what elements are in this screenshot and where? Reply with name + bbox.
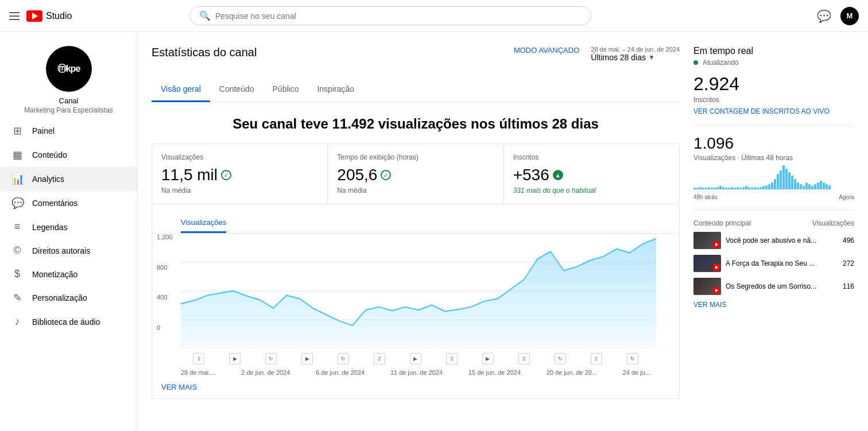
mini-bar-item xyxy=(731,187,733,190)
chart-icon-7[interactable]: ▶ xyxy=(410,353,421,364)
messages-icon[interactable]: 💬 xyxy=(817,9,831,23)
hamburger-menu[interactable] xyxy=(9,12,20,20)
user-avatar[interactable]: M xyxy=(840,7,859,25)
thumb-overlay-2 xyxy=(713,264,720,271)
content-item-3[interactable]: Os Segredos de um Sorriso... 116 xyxy=(693,278,854,295)
topbar-right: 💬 M xyxy=(817,7,859,25)
content-views-3: 116 xyxy=(843,282,854,290)
chart-icon-5[interactable]: ↻ xyxy=(338,353,349,364)
search-bar[interactable]: 🔍 xyxy=(189,6,591,25)
comentarios-label: Comentários xyxy=(32,199,78,208)
thumb-1 xyxy=(693,232,721,249)
mini-bar-item xyxy=(722,187,724,190)
mini-bar-item xyxy=(785,169,788,189)
date-range-main[interactable]: Últimos 28 dias ▼ xyxy=(591,53,680,62)
channel-avatar: ⓜkpe xyxy=(46,46,92,92)
mini-bar-item xyxy=(826,184,828,189)
dropdown-arrow-icon: ▼ xyxy=(648,53,655,61)
chart-icon-2[interactable]: ▶ xyxy=(229,353,241,364)
subscribers-count: 2.924 xyxy=(693,73,854,95)
ver-mais-chart[interactable]: VER MAIS xyxy=(152,376,679,398)
mini-bar-item xyxy=(734,188,736,189)
subscribers-label: Inscritos xyxy=(693,96,854,104)
y-label-400: 400 xyxy=(157,294,175,301)
tab-publico[interactable]: Público xyxy=(264,77,308,102)
chart-icon-6[interactable]: 2 xyxy=(374,353,385,364)
chart-icon-1[interactable]: 2 xyxy=(193,353,204,364)
mini-bar-item xyxy=(820,181,822,189)
channel-name: Canal xyxy=(59,96,79,105)
advanced-mode-button[interactable]: MODO AVANÇADO xyxy=(514,46,579,55)
date-range-label: Últimos 28 dias xyxy=(591,53,646,62)
chart-icons-row: 2 ▶ ↻ ▶ ↻ 2 ▶ 2 ▶ 2 ↻ 2 ↻ xyxy=(152,351,679,367)
stat-tempo-value: 205,6 ✓ xyxy=(337,166,494,184)
youtube-icon xyxy=(26,10,42,22)
painel-label: Painel xyxy=(32,126,55,135)
sidebar-item-painel[interactable]: ⊞ Painel xyxy=(0,119,137,143)
mini-bar-item xyxy=(702,188,704,189)
chart-icon-13[interactable]: ↻ xyxy=(627,353,638,364)
tab-inspiracao[interactable]: Inspiração xyxy=(308,77,363,102)
sidebar-item-analytics[interactable]: 📊 Estatísticas do canal Analytics xyxy=(0,167,137,191)
sidebar-item-biblioteca[interactable]: ♪ Biblioteca de áudio xyxy=(0,310,137,333)
sidebar-item-monetizacao[interactable]: $ Monetização xyxy=(0,262,137,286)
chart-icon-4[interactable]: ▶ xyxy=(301,353,313,364)
main-content: Estatísticas do canal MODO AVANÇADO 28 d… xyxy=(138,32,868,431)
chart-icon-11[interactable]: ↻ xyxy=(555,353,566,364)
mini-bar-item xyxy=(760,187,762,190)
mini-bar-item xyxy=(742,187,745,190)
chart-icon-10[interactable]: 2 xyxy=(518,353,530,364)
mini-bar-item xyxy=(693,188,696,189)
tab-visao-geral[interactable]: Visão geral xyxy=(152,77,210,102)
ver-mais-content[interactable]: VER MAIS xyxy=(693,301,854,309)
content-item-1[interactable]: Você pode ser abusivo e nã... 496 xyxy=(693,232,854,249)
sidebar-item-personalizacao[interactable]: ✎ Personalização xyxy=(0,286,137,310)
content-item-2[interactable]: A Força da Terapia no Seu ... 272 xyxy=(693,255,854,272)
stat-inscritos-badge: ▲ xyxy=(553,170,563,180)
content-list-section: Conteúdo principal Visualizações Você po… xyxy=(693,219,854,309)
direitos-label: Direitos autorais xyxy=(32,246,90,255)
mini-bar-item xyxy=(708,187,710,190)
x-label-1: 28 de mai.... xyxy=(181,369,216,376)
date-range-sub: 28 de mai. – 24 de jun. de 2024 xyxy=(591,46,680,53)
realtime-dot xyxy=(693,60,698,65)
views-48h-section: 1.096 Visualizações · Últimas 48 horas 4… xyxy=(693,134,854,210)
sidebar-item-legendas[interactable]: ≡ Legendas xyxy=(0,215,137,239)
chart-icon-9[interactable]: ▶ xyxy=(482,353,494,364)
sidebar-item-direitos[interactable]: © Direitos autorais xyxy=(0,239,137,262)
content-area: Estatísticas do canal MODO AVANÇADO 28 d… xyxy=(152,46,680,417)
chart-icon-3[interactable]: ↻ xyxy=(265,353,277,364)
content-header-title: Conteúdo principal xyxy=(693,219,751,227)
mini-bar-item xyxy=(808,184,811,189)
mini-bar-item xyxy=(771,183,773,189)
sidebar-item-comentarios[interactable]: 💬 Comentários xyxy=(0,191,137,215)
x-axis-labels: 28 de mai.... 2 de jun. de 2024 6 de jun… xyxy=(152,367,679,376)
analytics-label-text: Analytics xyxy=(32,174,64,184)
search-icon: 🔍 xyxy=(199,10,211,21)
stat-viz-badge: ✓ xyxy=(221,170,231,180)
channel-avatar-section: ⓜkpe Canal Marketing Para Especialistas xyxy=(0,37,137,119)
realtime-status: Atualizando xyxy=(703,59,739,67)
realtime-section: Em tempo real Atualizando 2.924 Inscrito… xyxy=(693,46,854,125)
mini-bar-item xyxy=(762,186,765,189)
x-label-3: 6 de jun. de 2024 xyxy=(316,369,365,376)
chart-tab-active[interactable]: Visualizações xyxy=(181,213,226,233)
x-label-7: 24 de ju... xyxy=(623,369,650,376)
x-label-6: 20 de jun. de 20... xyxy=(547,369,597,376)
content-title-2: A Força da Terapia no Seu ... xyxy=(726,259,838,267)
mini-chart-labels: 48h atrás Agora xyxy=(693,194,854,200)
date-range-selector[interactable]: 28 de mai. – 24 de jun. de 2024 Últimos … xyxy=(591,46,680,62)
sidebar-item-conteudo[interactable]: ▦ Conteúdo xyxy=(0,143,137,167)
content-title-1: Você pode ser abusivo e nã... xyxy=(726,236,838,244)
monetizacao-icon: $ xyxy=(11,268,23,280)
chart-icon-8[interactable]: 2 xyxy=(446,353,458,364)
ver-inscritos-link[interactable]: VER CONTAGEM DE INSCRITOS AO VIVO xyxy=(693,107,854,115)
mini-bar-item xyxy=(794,179,796,189)
search-input[interactable] xyxy=(215,11,582,21)
views-label: Visualizações · Últimas 48 horas xyxy=(693,154,854,162)
chart-icon-12[interactable]: 2 xyxy=(591,353,602,364)
x-label-5: 15 de jun. de 2024 xyxy=(468,369,521,376)
stat-inscritos-label: Inscritos xyxy=(513,153,670,161)
tab-conteudo[interactable]: Conteúdo xyxy=(210,77,264,102)
conteudo-label: Conteúdo xyxy=(32,150,67,160)
